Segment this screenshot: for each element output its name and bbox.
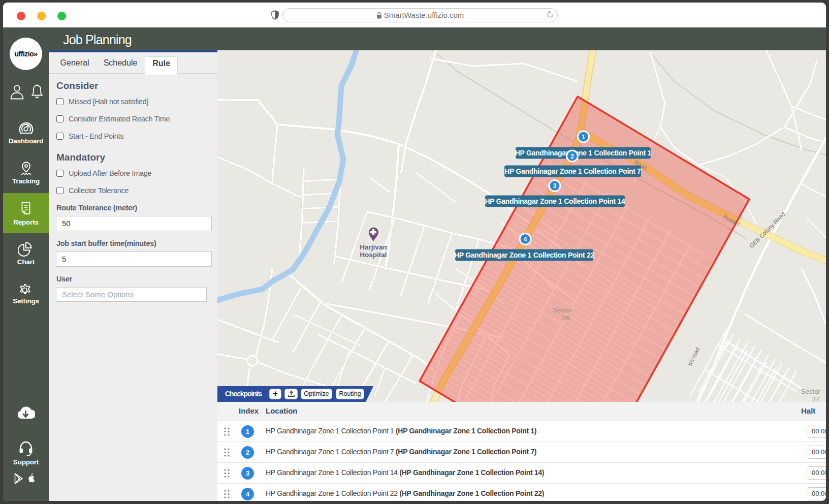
svg-text:26: 26 <box>562 314 569 322</box>
svg-text:HP Gandhinagar Zone 1 Collecti: HP Gandhinagar Zone 1 Collection Point 7 <box>504 167 641 175</box>
svg-text:HP Gandhinagar Zone 1 Collecti: HP Gandhinagar Zone 1 Collection Point 1 <box>515 149 652 157</box>
svg-text:Hospital: Hospital <box>360 251 387 259</box>
svg-text:HP Gandhinagar Zone 1 Collecti: HP Gandhinagar Zone 1 Collection Point 2… <box>454 251 595 259</box>
svg-text:HP Gandhinagar Zone 1 Collecti: HP Gandhinagar Zone 1 Collection Point 1… <box>485 197 625 205</box>
svg-text:4: 4 <box>524 236 527 243</box>
svg-text:Sector: Sector <box>553 306 572 314</box>
svg-text:Harjivan: Harjivan <box>360 243 387 251</box>
svg-text:3: 3 <box>553 182 557 190</box>
svg-text:2: 2 <box>570 153 574 160</box>
svg-text:1: 1 <box>582 134 585 141</box>
